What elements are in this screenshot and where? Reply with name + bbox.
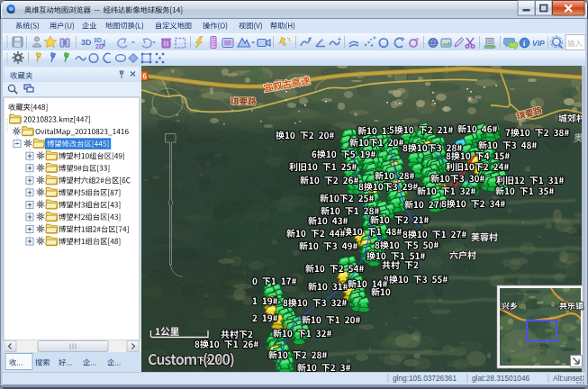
svg-text:VIP: VIP xyxy=(532,39,545,48)
svg-text:glng:105.03726361: glng:105.03726361 xyxy=(393,374,457,383)
svg-text:Alt:unset: Alt:unset xyxy=(553,374,583,383)
svg-text:glat:28.31501046: glat:28.31501046 xyxy=(472,374,530,383)
svg-text:3D: 3D xyxy=(81,38,92,47)
